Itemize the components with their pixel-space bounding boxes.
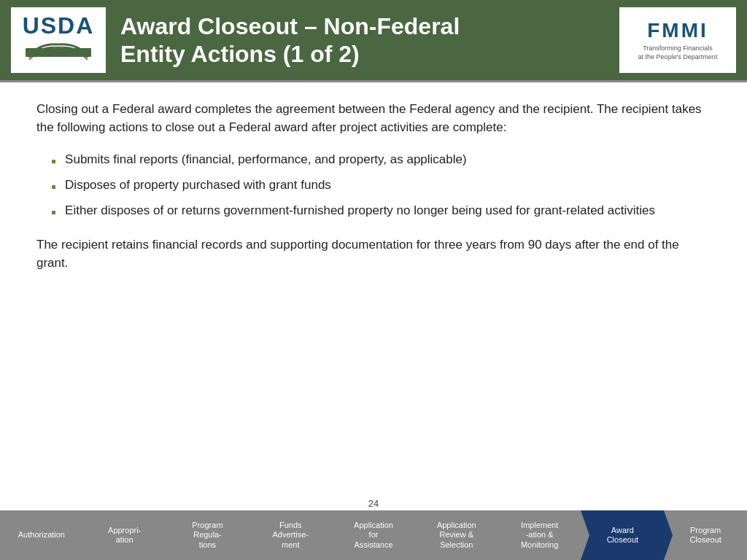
nav-label: ApplicationReview &Selection bbox=[437, 521, 476, 550]
list-item: ▪ Either disposes of or returns governme… bbox=[51, 202, 711, 222]
title-line1: Award Closeout – Non-Federal bbox=[120, 12, 608, 40]
nav-item-application-assistance[interactable]: ApplicationforAssistance bbox=[332, 510, 415, 560]
closing-paragraph: The recipient retains financial records … bbox=[36, 236, 711, 272]
bullet-text: Either disposes of or returns government… bbox=[65, 202, 655, 220]
nav-item-program-closeout[interactable]: ProgramCloseout bbox=[664, 510, 747, 560]
nav-item-authorization[interactable]: Authorization bbox=[0, 510, 83, 560]
intro-paragraph: Closing out a Federal award completes th… bbox=[36, 101, 711, 136]
nav-label: Appropri-ation bbox=[108, 526, 141, 545]
usda-emblem-icon bbox=[26, 37, 91, 66]
nav-label: ApplicationforAssistance bbox=[354, 521, 393, 550]
main-content: Closing out a Federal award completes th… bbox=[0, 82, 747, 494]
bullet-icon: ▪ bbox=[51, 152, 56, 171]
bullet-icon: ▪ bbox=[51, 203, 56, 222]
nav-item-application-review[interactable]: ApplicationReview &Selection bbox=[415, 510, 498, 560]
footer-nav: Authorization Appropri-ation ProgramRegu… bbox=[0, 510, 747, 560]
nav-label: ProgramRegula-tions bbox=[192, 521, 222, 550]
bullet-icon: ▪ bbox=[51, 177, 56, 196]
nav-item-program-regulations[interactable]: ProgramRegula-tions bbox=[166, 510, 249, 560]
fmmi-subtitle: Transforming Financials at the People's … bbox=[638, 44, 718, 61]
nav-label: AwardCloseout bbox=[607, 526, 638, 545]
usda-logo: USDA bbox=[11, 7, 106, 73]
nav-item-award-closeout[interactable]: AwardCloseout bbox=[581, 510, 664, 560]
list-item: ▪ Disposes of property purchased with gr… bbox=[51, 176, 711, 196]
header-title: Award Closeout – Non-Federal Entity Acti… bbox=[120, 12, 608, 69]
bullet-list: ▪ Submits final reports (financial, perf… bbox=[36, 151, 711, 222]
fmmi-logo: FMMI Transforming Financials at the Peop… bbox=[619, 7, 736, 73]
nav-item-appropriation[interactable]: Appropri-ation bbox=[83, 510, 166, 560]
bullet-text: Disposes of property purchased with gran… bbox=[65, 176, 331, 195]
nav-label: FundsAdvertise-ment bbox=[272, 521, 309, 550]
header: USDA Award Closeout – Non-Federal Entity… bbox=[0, 0, 747, 80]
nav-label: Implement-ation &Monitoring bbox=[521, 521, 558, 550]
list-item: ▪ Submits final reports (financial, perf… bbox=[51, 151, 711, 171]
title-line2: Entity Actions (1 of 2) bbox=[120, 40, 608, 68]
usda-text: USDA bbox=[23, 14, 95, 37]
nav-item-implementation[interactable]: Implement-ation &Monitoring bbox=[498, 510, 581, 560]
fmmi-text: FMMI bbox=[647, 19, 708, 42]
page-number: 24 bbox=[0, 494, 747, 510]
nav-label: Authorization bbox=[18, 530, 65, 540]
nav-item-funds-advertisement[interactable]: FundsAdvertise-ment bbox=[249, 510, 332, 560]
nav-label: ProgramCloseout bbox=[689, 526, 721, 545]
bullet-text: Submits final reports (financial, perfor… bbox=[65, 151, 467, 169]
